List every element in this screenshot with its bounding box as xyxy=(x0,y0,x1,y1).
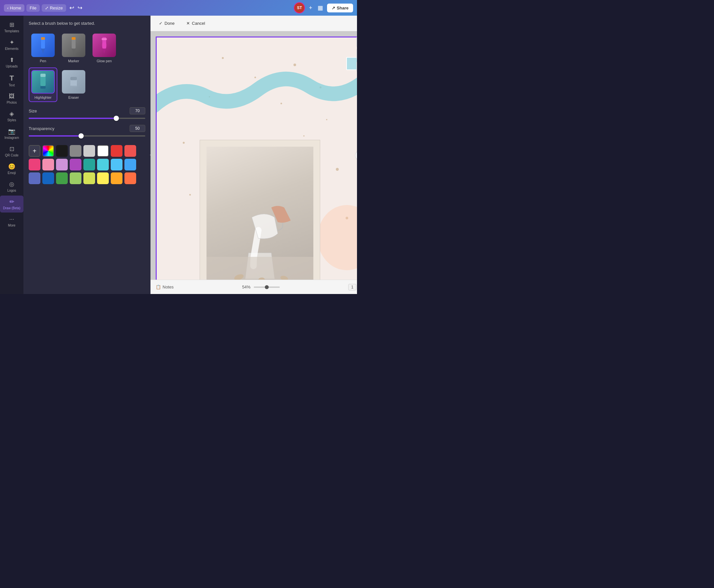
sidebar-item-label: Draw (Beta) xyxy=(3,206,20,210)
hide-panel-button[interactable]: ‹ xyxy=(147,147,151,163)
share-label: Share xyxy=(337,5,348,10)
sidebar-item-qrcode[interactable]: ⊡ QR Code xyxy=(0,143,23,160)
transparency-slider-thumb[interactable] xyxy=(79,133,84,139)
sidebar-item-more[interactable]: ··· More xyxy=(0,213,23,230)
crop-button[interactable]: ⊡ xyxy=(356,37,357,47)
color-swatch-darkblue[interactable] xyxy=(29,172,40,184)
color-swatch-yellow[interactable] xyxy=(83,172,95,184)
color-swatch-green[interactable] xyxy=(56,172,68,184)
sidebar-item-instagram[interactable]: 📷 Instagram xyxy=(0,125,23,142)
color-swatch-lightyellow[interactable] xyxy=(97,172,109,184)
sidebar-item-label: Styles xyxy=(7,118,16,122)
color-swatch-lavender[interactable] xyxy=(56,159,68,170)
sidebar-item-uploads[interactable]: ⬆ Uploads xyxy=(0,54,23,71)
size-input[interactable] xyxy=(130,107,145,114)
brush-pen[interactable]: Pen xyxy=(29,31,57,65)
transparency-slider-track xyxy=(29,135,145,136)
color-swatch-blue[interactable] xyxy=(125,159,136,170)
transparency-input[interactable] xyxy=(130,125,145,132)
color-swatch-orange[interactable] xyxy=(125,172,136,184)
color-swatch-lightgray[interactable] xyxy=(83,145,95,157)
sidebar-item-label: Text xyxy=(9,83,15,87)
sidebar-item-elements[interactable]: ✦ Elements xyxy=(0,36,23,53)
color-swatch-black[interactable] xyxy=(56,145,68,157)
color-swatch-lightpink[interactable] xyxy=(42,159,54,170)
photo-frame-outer xyxy=(200,140,320,280)
add-button[interactable]: + xyxy=(307,3,314,13)
file-label: File xyxy=(30,5,37,10)
resize-button[interactable]: ⤢ Resize xyxy=(42,4,66,12)
bars-icon: ▦ xyxy=(318,4,323,12)
color-swatch-teal[interactable] xyxy=(83,159,95,170)
brush-grid: Pen Marker xyxy=(29,31,145,102)
home-label: Home xyxy=(10,5,21,10)
color-swatch-cyan[interactable] xyxy=(97,159,109,170)
sidebar-item-text[interactable]: T Text xyxy=(0,71,23,90)
color-swatch-red[interactable] xyxy=(111,145,123,157)
color-swatch-coral[interactable] xyxy=(125,145,136,157)
color-swatch-pink[interactable] xyxy=(29,159,40,170)
align-button[interactable]: ⊞ xyxy=(356,49,357,59)
styles-icon: ◈ xyxy=(9,110,14,117)
plus-icon: + xyxy=(309,4,312,12)
sidebar-item-label: Templates xyxy=(4,29,19,33)
more-icon: ··· xyxy=(9,216,14,223)
photos-icon: 🖼 xyxy=(9,93,15,100)
emoji-icon: 😊 xyxy=(8,163,15,170)
brush-eraser[interactable]: Eraser xyxy=(59,67,88,102)
size-control-row: Size xyxy=(29,107,145,114)
canvas-viewport: ⊡ ⊞ ⬜ ↻ xyxy=(151,31,357,280)
svg-rect-11 xyxy=(40,86,46,89)
undo-button[interactable]: ↩ xyxy=(68,3,75,13)
sidebar: ⊞ Templates ✦ Elements ⬆ Uploads T Text … xyxy=(0,16,23,294)
sidebar-item-templates[interactable]: ⊞ Templates xyxy=(0,19,23,36)
size-label: Size xyxy=(29,108,130,113)
redo-button[interactable]: ↪ xyxy=(76,3,84,13)
notes-label: Notes xyxy=(163,285,174,290)
share-button[interactable]: ↗ Share xyxy=(327,4,353,13)
cancel-x-icon: ✕ xyxy=(186,21,190,26)
rainbow-swatch[interactable] xyxy=(42,145,54,157)
brush-highlighter[interactable]: Highlighter xyxy=(29,67,57,102)
color-swatch-purple[interactable] xyxy=(70,159,82,170)
cancel-button[interactable]: ✕ Cancel xyxy=(183,19,208,28)
color-swatch-amber[interactable] xyxy=(111,172,123,184)
analytics-button[interactable]: ▦ xyxy=(316,3,324,13)
color-swatch-lightblue[interactable] xyxy=(111,159,123,170)
sidebar-item-photos[interactable]: 🖼 Photos xyxy=(0,90,23,107)
sidebar-item-logos[interactable]: ◎ Logos xyxy=(0,178,23,195)
color-swatch-gray[interactable] xyxy=(70,145,82,157)
size-slider-thumb[interactable] xyxy=(114,116,119,121)
share-icon: ↗ xyxy=(331,5,335,10)
frame-button[interactable]: ⬜ xyxy=(356,61,357,72)
pen-label: Pen xyxy=(40,59,46,63)
color-swatch-royalblue[interactable] xyxy=(42,172,54,184)
color-swatch-white[interactable] xyxy=(97,145,109,157)
canvas-wave-stroke xyxy=(156,57,357,122)
brush-marker[interactable]: Marker xyxy=(59,31,88,65)
sidebar-item-styles[interactable]: ◈ Styles xyxy=(0,108,23,125)
logos-icon: ◎ xyxy=(9,181,14,188)
redo-icon: ↪ xyxy=(78,4,82,12)
home-button[interactable]: ‹ Home xyxy=(4,4,24,12)
add-color-swatch[interactable]: + xyxy=(29,145,40,157)
color-swatch-lightgreen[interactable] xyxy=(70,172,82,184)
undo-icon: ↩ xyxy=(69,4,74,12)
svg-rect-14 xyxy=(70,77,77,80)
svg-marker-4 xyxy=(72,48,75,54)
photo-frame-inner xyxy=(207,147,313,280)
file-button[interactable]: File xyxy=(26,4,40,12)
qrcode-icon: ⊡ xyxy=(9,145,14,152)
sidebar-item-emoji[interactable]: 😊 Emoji xyxy=(0,160,23,177)
main-content: ⊞ Templates ✦ Elements ⬆ Uploads T Text … xyxy=(0,16,357,294)
sidebar-item-draw[interactable]: ✏ Draw (Beta) xyxy=(0,195,23,212)
topbar: ‹ Home File ⤢ Resize ↩ ↪ ST + ▦ xyxy=(0,0,357,16)
draw-panel: Select a brush below to get started. Pen xyxy=(23,16,151,294)
notes-button[interactable]: 📋 Notes xyxy=(156,285,174,290)
size-slider-container xyxy=(29,118,145,119)
instagram-icon: 📷 xyxy=(8,128,15,135)
brush-glow-pen[interactable]: Glow pen xyxy=(90,31,118,65)
zoom-slider[interactable] xyxy=(254,287,280,288)
done-button[interactable]: ✓ Done xyxy=(156,19,178,28)
avatar[interactable]: ST xyxy=(294,2,305,13)
